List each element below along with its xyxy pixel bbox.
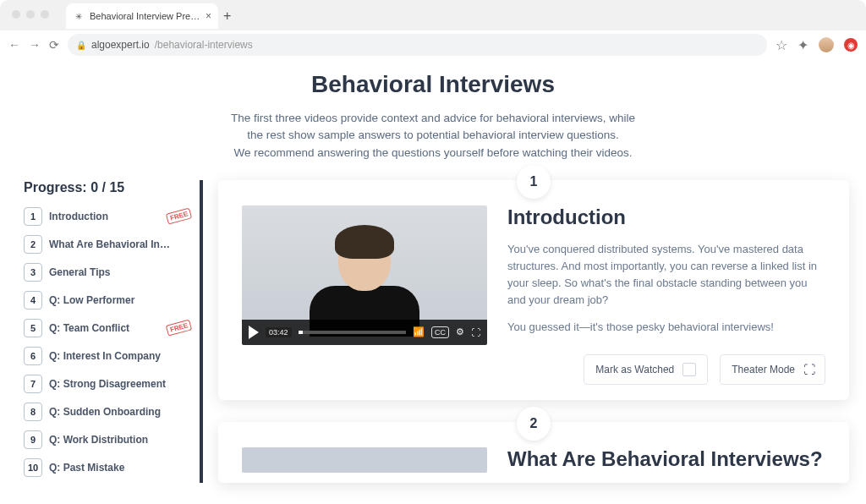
sidebar-item[interactable]: 6Q: Interest In Company (24, 347, 191, 365)
star-icon[interactable]: ☆ (776, 37, 787, 53)
page-subtitle-line: The first three videos provide context a… (0, 110, 866, 127)
extensions-icon[interactable]: ✦ (797, 37, 808, 53)
sidebar-item[interactable]: 7Q: Strong Disagreement (24, 375, 191, 393)
sidebar-item-number: 6 (24, 347, 42, 365)
page-subtitle-line: the rest show sample answers to potentia… (0, 127, 866, 144)
lock-icon: 🔒 (76, 41, 86, 50)
mark-watched-button[interactable]: Mark as Watched (584, 354, 708, 385)
play-icon[interactable] (249, 326, 259, 339)
reload-icon[interactable]: ⟳ (49, 38, 59, 52)
sidebar-item-number: 1 (24, 207, 42, 226)
tab-title: Behavioral Interview Prep | Alg (90, 11, 200, 21)
free-tag: FREE (165, 320, 192, 337)
main: 1 03:42 📶 CC ⚙ ⛶ (218, 180, 849, 484)
browser-toolbar: ← → ⟳ 🔒 algoexpert.io/behavioral-intervi… (0, 30, 866, 59)
url-host: algoexpert.io (91, 39, 150, 51)
sidebar-item[interactable]: 2What Are Behavioral In… (24, 235, 191, 254)
close-tab-icon[interactable]: × (206, 10, 211, 22)
free-tag: FREE (165, 208, 192, 225)
lesson-card: 2 What Are Behavioral Interviews? (218, 422, 849, 483)
sidebar-item[interactable]: 3General Tips (24, 263, 191, 282)
address-bar[interactable]: 🔒 algoexpert.io/behavioral-interviews (68, 34, 767, 56)
card-text: Introduction You've conquered distribute… (507, 205, 825, 347)
sidebar-item-number: 8 (24, 403, 42, 421)
extension-badge-icon[interactable]: ◉ (844, 38, 858, 52)
sidebar-item-label: Q: Strong Disagreement (49, 378, 191, 390)
video-player[interactable]: 03:42 📶 CC ⚙ ⛶ (242, 205, 487, 345)
new-tab-button[interactable]: + (223, 8, 231, 24)
sidebar-item[interactable]: 10Q: Past Mistake (24, 458, 191, 477)
sidebar-item-label: Q: Past Mistake (49, 462, 191, 474)
sidebar-item[interactable]: 5Q: Team ConflictFREE (24, 319, 191, 337)
lesson-paragraph: You've conquered distributed systems. Yo… (507, 241, 825, 310)
sidebar-item-label: Q: Interest In Company (49, 350, 191, 362)
traffic-dot[interactable] (41, 10, 49, 19)
page-title: Behavioral Interviews (0, 71, 866, 98)
page-header: Behavioral Interviews The first three vi… (0, 59, 866, 162)
sidebar-item-number: 9 (24, 430, 42, 449)
sidebar-item-label: What Are Behavioral In… (49, 238, 191, 250)
sidebar-item-label: Introduction (49, 211, 160, 222)
sidebar-item[interactable]: 8Q: Sudden Onboarding (24, 403, 191, 421)
card-number: 2 (517, 407, 551, 441)
lesson-paragraph: You guessed it—it's those pesky behavior… (507, 319, 825, 336)
video-time: 03:42 (266, 327, 292, 337)
checkbox-icon[interactable] (682, 363, 696, 376)
sidebar-item-number: 7 (24, 375, 42, 393)
sidebar-item-number: 5 (24, 319, 42, 337)
sidebar-item-number: 4 (24, 291, 42, 310)
sidebar-item-number: 10 (24, 458, 42, 477)
volume-icon[interactable]: 📶 (413, 326, 425, 337)
card-number: 1 (517, 165, 551, 199)
browser-chrome: ✳ Behavioral Interview Prep | Alg × + ← … (0, 0, 866, 59)
profile-avatar[interactable] (819, 37, 834, 52)
page: Behavioral Interviews The first three vi… (0, 59, 866, 504)
sidebar: Progress: 0 / 15 1IntroductionFREE2What … (24, 180, 203, 484)
progress-label: Progress: 0 / 15 (24, 180, 191, 195)
page-subtitle-line: We recommend answering the questions you… (0, 145, 866, 162)
sidebar-item-number: 2 (24, 235, 42, 254)
traffic-dot[interactable] (12, 10, 20, 19)
fullscreen-icon[interactable]: ⛶ (471, 327, 480, 337)
sidebar-item-label: Q: Work Distribution (49, 434, 191, 446)
video-controls: 03:42 📶 CC ⚙ ⛶ (242, 320, 487, 345)
sidebar-item[interactable]: 1IntroductionFREE (24, 207, 191, 226)
mark-watched-label: Mark as Watched (595, 364, 674, 375)
forward-icon[interactable]: → (29, 38, 41, 52)
sidebar-item-label: General Tips (49, 266, 191, 278)
back-icon[interactable]: ← (8, 38, 20, 52)
expand-icon: ⛶ (803, 363, 814, 376)
lesson-card: 1 03:42 📶 CC ⚙ ⛶ (218, 180, 849, 401)
theater-mode-button[interactable]: Theater Mode ⛶ (720, 354, 825, 385)
sidebar-item-label: Q: Team Conflict (49, 322, 160, 334)
window-controls (12, 10, 49, 19)
sidebar-item[interactable]: 4Q: Low Performer (24, 291, 191, 310)
lesson-title: Introduction (507, 205, 825, 229)
lesson-title: What Are Behavioral Interviews? (507, 447, 825, 471)
cc-icon[interactable]: CC (431, 326, 449, 338)
sidebar-item-number: 3 (24, 263, 42, 282)
url-path: /behavioral-interviews (155, 39, 253, 51)
theater-mode-label: Theater Mode (732, 364, 795, 375)
sidebar-item[interactable]: 9Q: Work Distribution (24, 430, 191, 449)
video-thumbnail (314, 222, 415, 323)
video-progress-bar[interactable] (299, 331, 406, 334)
video-player[interactable] (242, 447, 487, 473)
settings-icon[interactable]: ⚙ (456, 326, 464, 337)
sidebar-item-label: Q: Sudden Onboarding (49, 406, 191, 418)
traffic-dot[interactable] (26, 10, 35, 19)
favicon-icon: ✳ (73, 10, 85, 22)
sidebar-item-label: Q: Low Performer (49, 294, 191, 306)
browser-tab[interactable]: ✳ Behavioral Interview Prep | Alg × (66, 3, 218, 29)
